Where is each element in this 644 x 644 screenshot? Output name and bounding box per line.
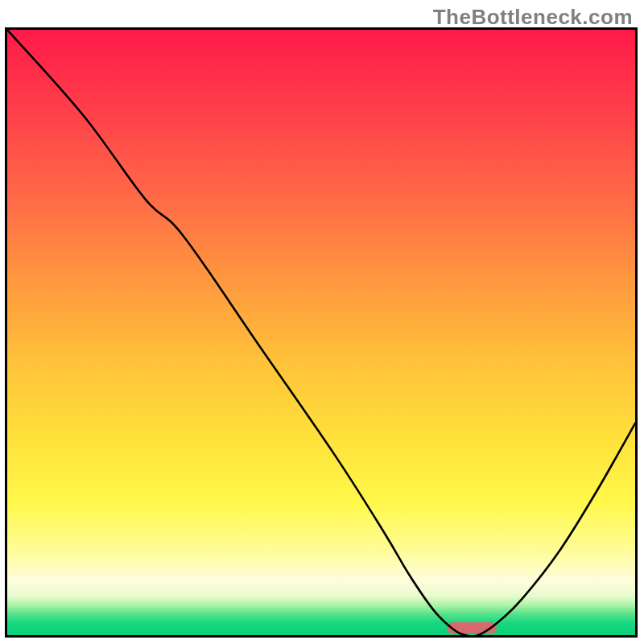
bottleneck-curve [7,30,635,635]
watermark-text: TheBottleneck.com [433,5,633,30]
curve-path [7,30,635,635]
chart-stage: TheBottleneck.com [0,0,644,644]
plot-frame [5,27,638,638]
